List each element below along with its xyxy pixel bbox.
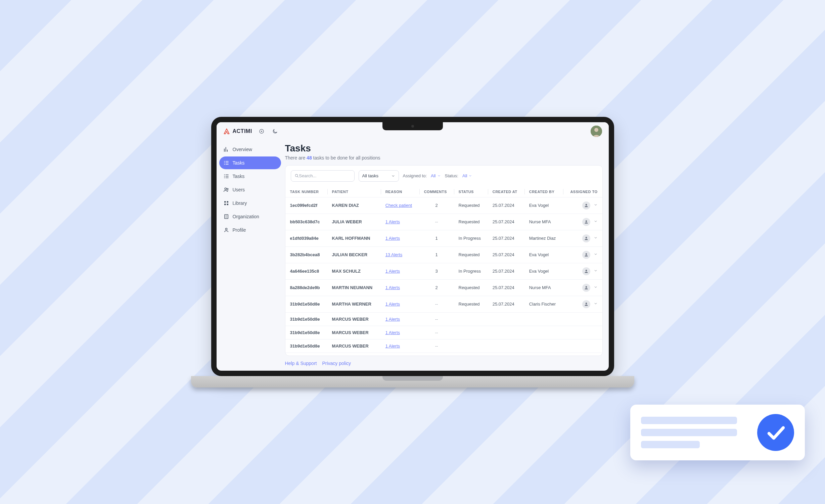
- cell-reason: 1 Alerts: [381, 296, 419, 312]
- status-label: Status:: [445, 173, 458, 178]
- col-created-by[interactable]: CREATED BY: [524, 186, 563, 197]
- assignee-avatar-icon[interactable]: [582, 201, 590, 210]
- assignee-avatar-icon[interactable]: [582, 300, 590, 308]
- assignee-menu[interactable]: [594, 252, 598, 257]
- cell-comments: 3: [419, 263, 454, 279]
- table-row[interactable]: 31b9d1e50d8eMARCUS WEBER1 Alerts--: [285, 312, 602, 326]
- table-row[interactable]: 31b9d1e50d8eMARCUS WEBER1 Alerts--: [285, 326, 602, 339]
- assignee-avatar-icon[interactable]: [582, 218, 590, 226]
- page-title: Tasks: [285, 143, 603, 154]
- table-row[interactable]: e1dfd039a84eKARL HOFFMANN1 Alerts1In Pro…: [285, 230, 602, 246]
- reason-link[interactable]: 1 Alerts: [385, 236, 400, 241]
- reason-link[interactable]: 1 Alerts: [385, 343, 400, 349]
- user-avatar[interactable]: [591, 126, 602, 137]
- sidebar-item-tasks-active[interactable]: Tasks: [219, 156, 281, 169]
- assignee-avatar-icon[interactable]: [582, 251, 590, 259]
- status-filter[interactable]: All: [462, 173, 472, 178]
- assignee-menu[interactable]: [594, 285, 598, 290]
- list-checks-icon: [223, 160, 229, 166]
- cell-task-number: 1ec099efcd2f: [285, 197, 327, 214]
- reason-link[interactable]: 1 Alerts: [385, 219, 400, 224]
- cell-assigned-to: [563, 312, 602, 326]
- svg-point-19: [585, 303, 587, 304]
- sidebar-item-tasks[interactable]: Tasks: [219, 170, 281, 183]
- moon-icon[interactable]: [271, 127, 279, 135]
- reason-link[interactable]: 1 Alerts: [385, 269, 400, 274]
- cell-task-number: 31b9d1e50d8e: [285, 339, 327, 353]
- cell-status: Requested: [454, 197, 488, 214]
- cell-patient: JULIA WEBER: [327, 214, 381, 230]
- cell-patient: JULIAN BECKER: [327, 246, 381, 263]
- cell-assigned-to: [563, 353, 602, 356]
- cell-created-at: 25.07.2024: [488, 214, 524, 230]
- assignee-avatar-icon[interactable]: [582, 284, 590, 292]
- col-patient[interactable]: PATIENT: [327, 186, 381, 197]
- svg-point-18: [585, 286, 587, 288]
- assignee-menu[interactable]: [594, 236, 598, 241]
- cell-task-number: 31b9d1e50d8e: [285, 312, 327, 326]
- target-icon[interactable]: [258, 127, 266, 135]
- assignee-menu[interactable]: [594, 203, 598, 208]
- assignee-avatar-icon[interactable]: [582, 267, 590, 275]
- search-input[interactable]: [299, 173, 351, 178]
- sidebar-item-users[interactable]: Users: [219, 183, 281, 196]
- svg-point-11: [225, 228, 227, 230]
- cell-created-by: Claris Fischer: [524, 296, 563, 312]
- reason-link[interactable]: 1 Alerts: [385, 302, 400, 307]
- search-icon: [294, 173, 299, 178]
- svg-point-13: [585, 204, 587, 205]
- table-row[interactable]: 8a288de2de9bMARTIN NEUMANN1 Alerts2Reque…: [285, 279, 602, 296]
- reason-link[interactable]: 1 Alerts: [385, 330, 400, 335]
- cell-status: [454, 326, 488, 339]
- table-row[interactable]: 1ec099efcd2fKAREN DIAZCheck patient2Requ…: [285, 197, 602, 214]
- col-task-number[interactable]: TASK NUMBER: [285, 186, 327, 197]
- col-comments[interactable]: COMMENTS: [419, 186, 454, 197]
- user-icon: [223, 227, 229, 233]
- brand-logo[interactable]: ACTIMI: [223, 128, 252, 135]
- search-box[interactable]: [291, 170, 355, 182]
- table-row[interactable]: bb503c638d7cJULIA WEBER1 Alerts--Request…: [285, 214, 602, 230]
- col-reason[interactable]: REASON: [381, 186, 419, 197]
- table-row[interactable]: 31b9d1e50d8eMARCUS WEBER1 Alerts--: [285, 353, 602, 356]
- col-assigned-to[interactable]: ASSIGNED TO: [563, 186, 602, 197]
- table-row[interactable]: 3b282b4bcea8JULIAN BECKER13 Alerts1Reque…: [285, 246, 602, 263]
- reason-link[interactable]: Check patient: [385, 203, 412, 208]
- col-created-at[interactable]: CREATED AT: [488, 186, 524, 197]
- reason-link[interactable]: 1 Alerts: [385, 285, 400, 290]
- brand-text: ACTIMI: [233, 128, 252, 134]
- svg-point-16: [585, 253, 587, 255]
- table-row[interactable]: 31b9d1e50d8eMARCUS WEBER1 Alerts--: [285, 339, 602, 353]
- assignee-menu[interactable]: [594, 219, 598, 224]
- assignee-menu[interactable]: [594, 302, 598, 307]
- cell-status: In Progress: [454, 263, 488, 279]
- sidebar-item-label: Users: [233, 187, 245, 192]
- sidebar-item-organization[interactable]: Organization: [219, 210, 281, 223]
- assigned-to-filter[interactable]: All: [431, 173, 441, 178]
- cell-comments: --: [419, 296, 454, 312]
- cell-created-by: [524, 353, 563, 356]
- table-row[interactable]: 31b9d1e50d8eMARTHA WERNER1 Alerts--Reque…: [285, 296, 602, 312]
- reason-link[interactable]: 13 Alerts: [385, 252, 403, 257]
- sidebar-item-library[interactable]: Library: [219, 197, 281, 210]
- cell-reason: 13 Alerts: [381, 246, 419, 263]
- cell-patient: MARCUS WEBER: [327, 339, 381, 353]
- sidebar-item-overview[interactable]: Overview: [219, 143, 281, 156]
- reason-link[interactable]: 1 Alerts: [385, 317, 400, 322]
- col-status[interactable]: STATUS: [454, 186, 488, 197]
- sidebar-item-label: Organization: [233, 214, 259, 219]
- assignee-avatar-icon[interactable]: [582, 234, 590, 242]
- cell-created-at: [488, 326, 524, 339]
- svg-point-5: [227, 188, 228, 189]
- table-row[interactable]: 4a646ee135c8MAX SCHULZ1 Alerts3In Progre…: [285, 263, 602, 279]
- assignee-menu[interactable]: [594, 269, 598, 274]
- cell-status: Requested: [454, 246, 488, 263]
- sidebar-item-profile[interactable]: Profile: [219, 224, 281, 236]
- cell-status: Requested: [454, 296, 488, 312]
- cell-created-at: 25.07.2024: [488, 246, 524, 263]
- users-icon: [223, 187, 229, 193]
- task-filter-select[interactable]: All tasks: [359, 170, 399, 182]
- cell-status: [454, 339, 488, 353]
- cell-reason: 1 Alerts: [381, 279, 419, 296]
- help-support-link[interactable]: Help & Support: [285, 361, 317, 366]
- privacy-policy-link[interactable]: Privacy policy: [322, 361, 351, 366]
